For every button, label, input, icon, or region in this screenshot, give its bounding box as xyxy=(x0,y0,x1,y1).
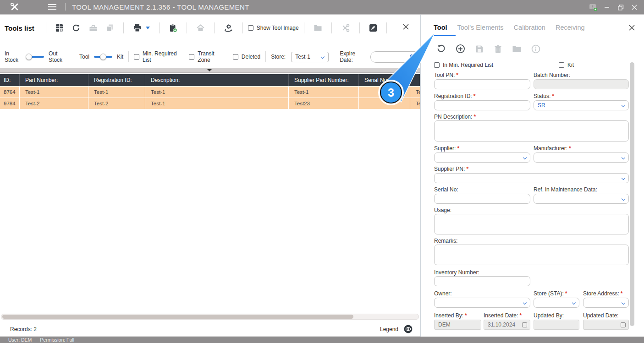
table-cell[interactable] xyxy=(359,98,410,109)
table-cell[interactable] xyxy=(359,87,410,98)
table-cell[interactable]: 9784 xyxy=(0,98,20,109)
tab-receiving[interactable]: Receiving xyxy=(556,24,585,35)
expire-date-label: Expire Date: xyxy=(340,50,365,63)
add-plus-circle-icon[interactable] xyxy=(456,44,465,54)
collapse-strip[interactable] xyxy=(0,68,420,73)
table-cell[interactable]: Test23 xyxy=(289,98,359,109)
store-address-label: Store Address:* xyxy=(583,290,622,297)
in-min-required-checkbox[interactable]: In Min. Required List xyxy=(434,62,493,68)
statusbar: User: DEM Permission: Full xyxy=(0,337,644,343)
edit-icon[interactable] xyxy=(369,24,377,32)
ref-maintenance-select[interactable] xyxy=(534,194,629,204)
tools-table: ID: Part Number: Registration ID: Descri… xyxy=(0,74,420,109)
close-tools-list-icon[interactable] xyxy=(403,24,409,30)
tool-kit-toggle[interactable] xyxy=(94,54,112,60)
vertical-scrollbar-thumb[interactable] xyxy=(630,62,634,326)
pn-description-textarea[interactable] xyxy=(434,120,629,142)
minimize-button[interactable] xyxy=(600,0,614,15)
restore-button[interactable] xyxy=(614,0,627,15)
checkbox-box[interactable] xyxy=(248,25,253,31)
column-header[interactable]: Supplier Part Number: xyxy=(289,74,359,86)
column-header[interactable] xyxy=(410,74,420,86)
inserted-by-input: DEM xyxy=(434,320,481,330)
column-header[interactable]: Serial Number: xyxy=(359,74,410,86)
table-cell[interactable]: Test-1 xyxy=(20,87,88,98)
tools-wrench-icon xyxy=(341,24,350,32)
stock-toggle[interactable] xyxy=(26,54,44,60)
min-required-list-checkbox[interactable]: Min. Required List xyxy=(134,50,178,63)
kit-checkbox[interactable]: Kit xyxy=(559,62,574,68)
hand-gear-service-icon[interactable] xyxy=(224,23,233,33)
undo-refresh-icon[interactable] xyxy=(436,44,446,54)
titlebar: TOOL MANAGEMENT 2.1.356 - TOOL MANAGEMEN… xyxy=(0,0,644,15)
manufacturer-label: Manufacturer:* xyxy=(534,145,571,152)
table-row[interactable]: 9784 Test-2 Test-2 Test-1 Test23 Test- xyxy=(0,98,420,109)
expire-date-input[interactable] xyxy=(370,51,420,63)
serial-no-input[interactable] xyxy=(434,194,530,204)
remarks-label: Remarks: xyxy=(434,238,457,244)
supplier-pn-select[interactable] xyxy=(434,173,629,183)
app-tools-logo-icon xyxy=(10,2,19,11)
column-header[interactable]: Part Number: xyxy=(20,74,88,86)
folder-icon xyxy=(314,24,322,32)
table-cell[interactable]: Test-2 xyxy=(88,98,145,109)
tool-kit-toggle-knob[interactable] xyxy=(100,54,106,60)
tab-calibration[interactable]: Calibration xyxy=(514,24,545,35)
batch-number-input xyxy=(534,79,629,89)
table-header-row: ID: Part Number: Registration ID: Descri… xyxy=(0,74,420,86)
show-tool-image-checkbox[interactable]: Show Tool Image xyxy=(248,25,299,31)
manufacturer-select[interactable] xyxy=(534,152,629,163)
close-detail-panel-icon[interactable] xyxy=(629,25,635,31)
deleted-checkbox[interactable]: Deleted xyxy=(233,54,260,60)
column-header[interactable]: ID: xyxy=(0,74,20,86)
table-cell[interactable]: Test-1 xyxy=(88,87,145,98)
stock-toggle-knob[interactable] xyxy=(26,54,32,60)
registration-id-label: Registration ID:* xyxy=(434,93,475,99)
remarks-textarea[interactable] xyxy=(434,245,629,265)
calendar-icon xyxy=(621,322,626,327)
pn-description-label: PN Description:* xyxy=(434,114,476,120)
column-header[interactable]: Registration ID: xyxy=(88,74,145,86)
legend-eye-icon[interactable] xyxy=(404,325,413,333)
menu-hamburger-icon[interactable] xyxy=(48,4,57,10)
print-dropdown-arrow-icon[interactable] xyxy=(146,27,150,29)
status-permission: Permission: Full xyxy=(40,337,74,343)
table-cell[interactable]: Test-2 xyxy=(20,98,88,109)
close-window-button[interactable] xyxy=(627,0,641,15)
store-select[interactable]: Test-1 xyxy=(291,52,329,62)
table-cell[interactable]: Test- xyxy=(410,87,420,98)
refresh-icon[interactable] xyxy=(72,23,81,33)
table-cell[interactable]: 8764 xyxy=(0,87,20,98)
transit-zone-checkbox[interactable]: Transit Zone xyxy=(189,50,222,63)
status-select[interactable]: SR xyxy=(534,100,629,110)
table-cell[interactable]: Test-1 xyxy=(145,87,289,98)
registration-id-input[interactable] xyxy=(434,100,530,110)
store-label: Store: xyxy=(271,54,286,60)
table-row[interactable]: 8764 Test-1 Test-1 Test-1 Test-1 Test- xyxy=(0,87,420,98)
tab-tool[interactable]: Tool xyxy=(434,24,447,35)
calendar-icon[interactable] xyxy=(410,54,415,60)
table-cell[interactable]: Test-1 xyxy=(289,87,359,98)
paste-import-icon[interactable] xyxy=(169,24,177,33)
out-stock-label: Out Stock xyxy=(49,50,69,63)
export-excel-icon[interactable] xyxy=(55,24,63,32)
store-sta-select[interactable] xyxy=(534,298,579,308)
in-stock-label: In Stock xyxy=(5,50,21,63)
usage-textarea[interactable] xyxy=(434,214,629,234)
horizontal-scrollbar[interactable] xyxy=(1,314,419,320)
horizontal-scrollbar-thumb[interactable] xyxy=(2,315,353,319)
column-header[interactable]: Description: xyxy=(145,74,289,86)
save-icon xyxy=(475,44,484,54)
tool-pn-input[interactable] xyxy=(434,79,530,89)
notification-icon[interactable] xyxy=(586,0,600,15)
filters-row: In Stock Out Stock Tool Kit Min. Require… xyxy=(0,51,420,62)
detail-tabs: Tool Tool's Elements Calibration Receivi… xyxy=(434,24,585,35)
tab-tools-elements[interactable]: Tool's Elements xyxy=(457,24,504,35)
owner-select[interactable] xyxy=(434,298,530,308)
store-address-select[interactable] xyxy=(583,298,629,308)
table-cell[interactable]: Test-1 xyxy=(145,98,289,109)
supplier-select[interactable] xyxy=(434,152,530,163)
inventory-number-input[interactable] xyxy=(434,276,530,286)
table-cell[interactable]: Test- xyxy=(410,98,420,109)
print-icon[interactable] xyxy=(133,24,142,32)
